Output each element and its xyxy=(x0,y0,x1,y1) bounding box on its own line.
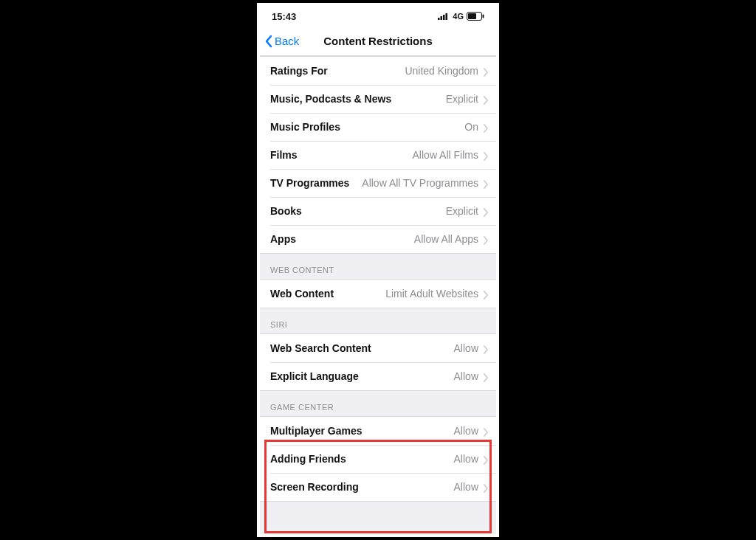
chevron-right-icon xyxy=(483,207,489,215)
row-value: Allow All TV Programmes xyxy=(349,177,483,189)
row-adding-friends[interactable]: Adding Friends Allow xyxy=(260,445,496,473)
chevron-right-icon xyxy=(483,344,489,353)
status-right: 4G xyxy=(438,12,484,21)
chevron-right-icon xyxy=(483,289,489,298)
row-value: Explicit xyxy=(302,205,483,217)
row-label: Web Content xyxy=(270,288,334,300)
row-value: United Kingdom xyxy=(328,65,483,77)
section-web: Web Content Limit Adult Websites xyxy=(260,279,496,308)
network-label: 4G xyxy=(453,12,464,21)
row-label: Music, Podcasts & News xyxy=(270,93,391,105)
chevron-right-icon xyxy=(483,454,489,463)
section-game-center: Multiplayer Games Allow Adding Friends A… xyxy=(260,416,496,502)
row-label: Books xyxy=(270,205,302,217)
row-label: Web Search Content xyxy=(270,342,371,354)
row-label: Music Profiles xyxy=(270,121,340,133)
battery-icon xyxy=(467,12,484,21)
row-web-search-content[interactable]: Web Search Content Allow xyxy=(260,334,496,362)
row-tv-programmes[interactable]: TV Programmes Allow All TV Programmes xyxy=(260,169,496,197)
chevron-right-icon xyxy=(483,426,489,435)
svg-rect-0 xyxy=(438,18,440,20)
row-value: Allow xyxy=(371,342,483,354)
chevron-right-icon xyxy=(483,482,489,491)
chevron-right-icon xyxy=(483,150,489,159)
row-label: Adding Friends xyxy=(270,453,346,465)
row-value: Allow xyxy=(362,425,484,437)
svg-rect-1 xyxy=(441,16,443,20)
row-label: Multiplayer Games xyxy=(270,425,362,437)
chevron-left-icon xyxy=(264,35,273,48)
svg-rect-3 xyxy=(446,13,448,20)
row-explicit-language[interactable]: Explicit Language Allow xyxy=(260,362,496,390)
status-time: 15:43 xyxy=(272,11,296,22)
row-label: Explicit Language xyxy=(270,370,359,382)
chevron-right-icon xyxy=(483,122,489,131)
row-music-podcasts-news[interactable]: Music, Podcasts & News Explicit xyxy=(260,85,496,113)
chevron-right-icon xyxy=(483,66,489,75)
row-web-content[interactable]: Web Content Limit Adult Websites xyxy=(260,280,496,308)
row-screen-recording[interactable]: Screen Recording Allow xyxy=(260,473,496,501)
section-content: Ratings For United Kingdom Music, Podcas… xyxy=(260,56,496,254)
row-value: Explicit xyxy=(391,93,483,105)
row-value: On xyxy=(340,121,483,133)
nav-bar: Back Content Restrictions xyxy=(260,27,496,56)
chevron-right-icon xyxy=(483,372,489,381)
section-siri: Web Search Content Allow Explicit Langua… xyxy=(260,333,496,391)
chevron-right-icon xyxy=(483,235,489,243)
svg-rect-2 xyxy=(443,15,445,20)
row-value: Allow xyxy=(359,370,483,382)
row-label: TV Programmes xyxy=(270,177,349,189)
row-music-profiles[interactable]: Music Profiles On xyxy=(260,113,496,141)
row-label: Apps xyxy=(270,233,296,245)
back-label: Back xyxy=(275,35,299,47)
cellular-signal-icon xyxy=(438,13,450,20)
row-label: Ratings For xyxy=(270,65,328,77)
row-value: Allow xyxy=(346,453,483,465)
row-value: Allow All Films xyxy=(298,149,483,161)
svg-rect-5 xyxy=(468,13,476,19)
row-books[interactable]: Books Explicit xyxy=(260,197,496,225)
back-button[interactable]: Back xyxy=(264,35,299,48)
row-label: Screen Recording xyxy=(270,481,359,493)
row-value: Allow All Apps xyxy=(296,233,483,245)
chevron-right-icon xyxy=(483,179,489,187)
phone-frame: 15:43 4G xyxy=(260,6,496,534)
svg-rect-6 xyxy=(483,15,484,18)
status-bar: 15:43 4G xyxy=(260,6,496,27)
row-value: Limit Adult Websites xyxy=(334,288,483,300)
row-apps[interactable]: Apps Allow All Apps xyxy=(260,225,496,253)
row-value: Allow xyxy=(359,481,483,493)
row-multiplayer-games[interactable]: Multiplayer Games Allow xyxy=(260,417,496,445)
section-header-web-content: WEB CONTENT xyxy=(260,254,496,279)
section-header-game-center: GAME CENTER xyxy=(260,391,496,416)
section-header-siri: SIRI xyxy=(260,308,496,333)
row-label: Films xyxy=(270,149,298,161)
row-ratings-for[interactable]: Ratings For United Kingdom xyxy=(260,57,496,85)
row-films[interactable]: Films Allow All Films xyxy=(260,141,496,169)
chevron-right-icon xyxy=(483,94,489,103)
